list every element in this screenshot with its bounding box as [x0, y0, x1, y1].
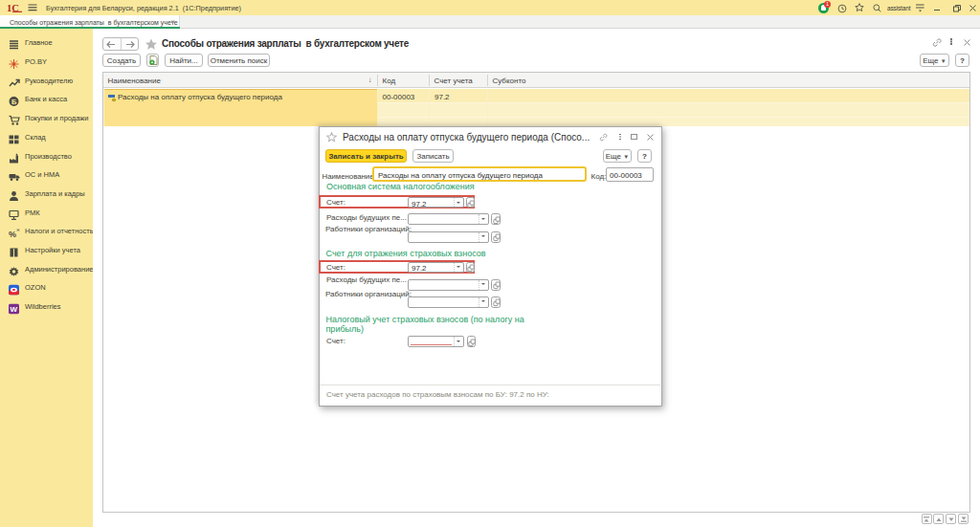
svg-text:W: W	[10, 305, 17, 314]
svg-text:%: %	[9, 230, 16, 239]
svg-text:Б: Б	[11, 98, 17, 106]
svg-text:С: С	[11, 3, 19, 12]
